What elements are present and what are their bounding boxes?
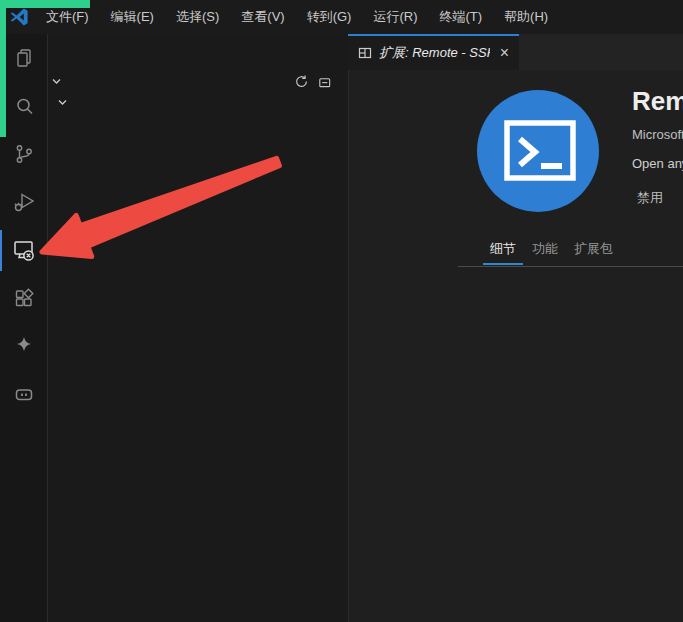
vscode-window: 文件(F) 编辑(E) 选择(S) 查看(V) 转到(G) 运行(R) 终端(T… bbox=[0, 0, 683, 622]
remote-explorer-sidebar bbox=[48, 34, 349, 622]
run-and-debug-icon[interactable] bbox=[0, 178, 47, 226]
title-bar: 文件(F) 编辑(E) 选择(S) 查看(V) 转到(G) 运行(R) 终端(T… bbox=[0, 0, 683, 34]
ssh-chevron-down-icon[interactable] bbox=[57, 97, 68, 108]
disable-button[interactable]: 禁用 bbox=[637, 189, 663, 207]
menu-view[interactable]: 查看(V) bbox=[235, 0, 290, 34]
refresh-icon[interactable] bbox=[294, 74, 309, 89]
extension-detail-tabs: 细节 功能 扩展包 bbox=[490, 240, 613, 258]
explorer-icon[interactable] bbox=[0, 34, 47, 82]
source-control-icon[interactable] bbox=[0, 130, 47, 178]
terminal-glyph-icon bbox=[477, 90, 599, 212]
menu-edit[interactable]: 编辑(E) bbox=[105, 0, 160, 34]
menu-go[interactable]: 转到(G) bbox=[301, 0, 358, 34]
green-highlight-top bbox=[0, 0, 90, 8]
active-tab-underline bbox=[483, 263, 523, 265]
menu-help[interactable]: 帮助(H) bbox=[498, 0, 554, 34]
tab-label: 扩展: Remote - SSH bbox=[379, 44, 490, 62]
active-view-indicator bbox=[0, 230, 2, 271]
section-chevron-down-icon[interactable] bbox=[51, 76, 62, 87]
extension-page-icon bbox=[358, 46, 372, 60]
collapse-all-icon[interactable] bbox=[317, 74, 332, 89]
tab-details[interactable]: 细节 bbox=[490, 240, 516, 258]
vscode-logo-icon bbox=[9, 7, 29, 27]
tab-features[interactable]: 功能 bbox=[532, 240, 558, 258]
tab-close-icon[interactable]: × bbox=[498, 45, 511, 61]
copilot-icon[interactable] bbox=[0, 370, 47, 418]
extension-name: Remote - SSH bbox=[632, 86, 683, 117]
menu-terminal[interactable]: 终端(T) bbox=[433, 0, 488, 34]
extensions-icon[interactable] bbox=[0, 274, 47, 322]
extension-description: Open any folder on a remote machine bbox=[632, 156, 683, 171]
search-icon[interactable] bbox=[0, 82, 47, 130]
remote-explorer-icon[interactable] bbox=[0, 226, 47, 274]
sparkle-icon[interactable] bbox=[0, 322, 47, 370]
extension-publisher[interactable]: Microsoft bbox=[632, 127, 683, 142]
green-highlight-left bbox=[0, 0, 6, 137]
activity-bar bbox=[0, 34, 48, 622]
menu-run[interactable]: 运行(R) bbox=[367, 0, 423, 34]
extension-editor-tab[interactable]: 扩展: Remote - SSH × bbox=[348, 34, 519, 70]
tabs-divider bbox=[458, 266, 683, 267]
tab-extension-pack[interactable]: 扩展包 bbox=[574, 240, 613, 258]
menu-selection[interactable]: 选择(S) bbox=[170, 0, 225, 34]
